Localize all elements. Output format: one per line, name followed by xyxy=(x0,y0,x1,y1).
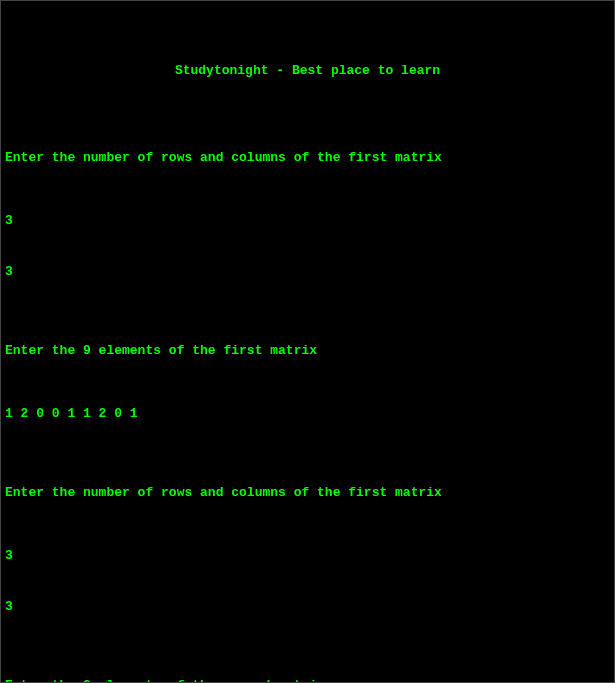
program-title: Studytonight - Best place to learn xyxy=(5,39,610,88)
input-rows-a: 3 xyxy=(5,213,610,230)
prompt-elements-second: Enter the 9 elements of the second matri… xyxy=(5,678,610,683)
input-cols-b: 3 xyxy=(5,599,610,616)
terminal-output: Studytonight - Best place to learn Enter… xyxy=(5,5,610,683)
input-cols-a: 3 xyxy=(5,264,610,281)
prompt-rows-cols-second: Enter the number of rows and columns of … xyxy=(5,485,610,502)
prompt-elements-first: Enter the 9 elements of the first matrix xyxy=(5,343,610,360)
input-elements-first: 1 2 0 0 1 1 2 0 1 xyxy=(5,406,610,423)
input-rows-b: 3 xyxy=(5,548,610,565)
prompt-rows-cols-first: Enter the number of rows and columns of … xyxy=(5,150,610,167)
